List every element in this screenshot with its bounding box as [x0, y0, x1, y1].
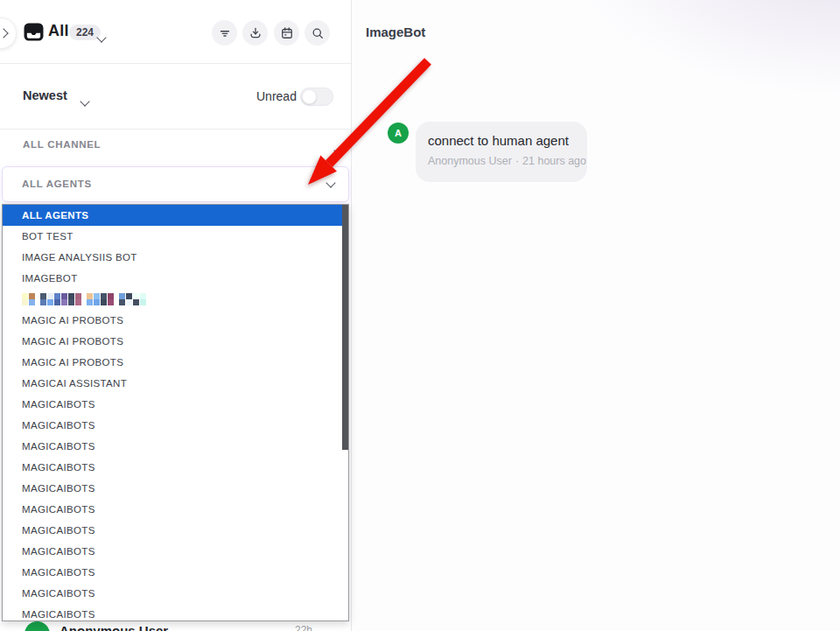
- toggle-knob: [302, 89, 317, 104]
- conversation-count-badge: 224: [69, 25, 101, 40]
- chat-title: ImageBot: [366, 25, 425, 39]
- search-button[interactable]: [304, 20, 330, 46]
- agent-option[interactable]: MAGIC AI PROBOTS: [3, 352, 348, 373]
- agent-option[interactable]: MAGICAIBOTS: [3, 394, 348, 415]
- divider: [0, 129, 351, 130]
- agent-option[interactable]: ALL AGENTS: [3, 205, 348, 226]
- chevron-down-icon[interactable]: [81, 93, 88, 109]
- conversation-user-name: Anonymous User: [60, 623, 168, 631]
- message-meta: Anonymous User·21 hours ago: [428, 155, 587, 167]
- agent-option[interactable]: MAGIC AI PROBOTS: [3, 331, 348, 352]
- meta-separator: ·: [515, 155, 519, 167]
- agent-option[interactable]: IMAGEBOT: [3, 268, 348, 289]
- agent-option[interactable]: BOT TEST: [3, 226, 348, 247]
- agent-option[interactable]: MAGICAIBOTS: [3, 478, 348, 499]
- chevron-down-icon: [326, 178, 335, 187]
- unread-toggle[interactable]: [300, 88, 333, 106]
- conversation-time: 22h: [295, 624, 312, 631]
- chat-panel: ImageBot A connect to human agent Anonym…: [352, 0, 840, 631]
- channel-filter[interactable]: ALL CHANNEL: [23, 139, 101, 150]
- chevron-down-icon[interactable]: [335, 142, 342, 158]
- message-text: connect to human agent: [428, 133, 587, 148]
- date-filter-button[interactable]: [274, 20, 299, 46]
- collapse-sidebar-button[interactable]: [0, 18, 17, 49]
- inbox-app: All 224 New: [0, 0, 840, 631]
- agent-option[interactable]: MAGICAIBOTS: [3, 457, 348, 478]
- scrollbar-thumb[interactable]: [342, 205, 348, 450]
- inbox-icon: [24, 23, 44, 45]
- agent-option[interactable]: MAGICAIBOTS: [3, 499, 348, 520]
- divider: [0, 63, 351, 64]
- inbox-title[interactable]: All: [48, 22, 69, 40]
- agent-option[interactable]: MAGICAIBOTS: [3, 436, 348, 457]
- message-time: 21 hours ago: [522, 155, 586, 167]
- agents-dropdown-list: ALL AGENTSBOT TESTIMAGE ANALYSIIS BOTIMA…: [3, 205, 348, 621]
- avatar: [24, 621, 50, 631]
- agent-option[interactable]: [3, 289, 348, 310]
- agents-dropdown: ALL AGENTSBOT TESTIMAGE ANALYSIIS BOTIMA…: [2, 204, 349, 621]
- agent-option[interactable]: MAGIC AI PROBOTS: [3, 310, 348, 331]
- agent-option[interactable]: MAGICAIBOTS: [3, 520, 348, 541]
- agent-option[interactable]: MAGICAIBOTS: [3, 541, 348, 562]
- agent-option[interactable]: MAGICAIBOTS: [3, 562, 348, 583]
- filter-icon: [217, 25, 233, 41]
- agent-option[interactable]: MAGICAIBOTS: [3, 583, 348, 604]
- download-icon: [248, 25, 263, 41]
- message-avatar: A: [388, 123, 409, 144]
- agent-option[interactable]: MAGICAIBOTS: [3, 415, 348, 436]
- chevron-right-icon: [0, 28, 9, 38]
- export-button[interactable]: [242, 20, 268, 46]
- calendar-icon: [279, 25, 295, 41]
- agent-option[interactable]: MAGICAIBOTS: [3, 604, 348, 621]
- search-icon: [310, 25, 326, 41]
- sort-dropdown[interactable]: Newest: [23, 88, 67, 102]
- message-user: Anonymous User: [428, 155, 512, 167]
- chevron-down-icon[interactable]: [98, 29, 105, 45]
- message-bubble: connect to human agent Anonymous User·21…: [416, 122, 587, 182]
- agents-select-value: ALL AGENTS: [22, 179, 92, 189]
- agent-option[interactable]: IMAGE ANALYSIIS BOT: [3, 247, 348, 268]
- agents-select[interactable]: ALL AGENTS: [2, 166, 349, 202]
- filter-button[interactable]: [212, 20, 237, 46]
- agent-option[interactable]: MAGICAI ASSISTANT: [3, 373, 348, 394]
- unread-filter-label: Unread: [256, 89, 297, 103]
